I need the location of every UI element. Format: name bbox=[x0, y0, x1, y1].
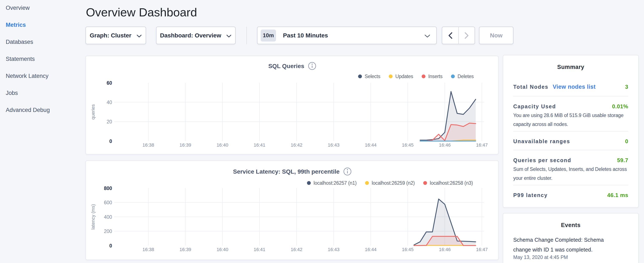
legend-item[interactable]: Inserts bbox=[422, 74, 442, 79]
legend-label: Inserts bbox=[428, 74, 442, 79]
x-tick-label: 16:47 bbox=[476, 247, 488, 252]
chart-title: SQL Queries bbox=[268, 63, 304, 69]
x-tick-label: 16:44 bbox=[365, 247, 376, 252]
time-range-selector[interactable]: 10m Past 10 Minutes bbox=[257, 27, 437, 44]
summary-panel: Summary Total Nodes View nodes list 3 Ca… bbox=[503, 55, 639, 208]
time-range-nav bbox=[442, 27, 475, 44]
summary-row-value: 0 bbox=[625, 138, 628, 145]
legend-item[interactable]: Updates bbox=[389, 74, 413, 79]
y-tick-label: 400 bbox=[104, 214, 112, 220]
sidebar-item-metrics[interactable]: Metrics bbox=[0, 16, 72, 34]
sidebar-item-jobs[interactable]: Jobs bbox=[0, 85, 72, 102]
x-tick-label: 16:41 bbox=[254, 247, 265, 252]
x-tick-label: 16:41 bbox=[254, 142, 265, 148]
sidebar-item-overview[interactable]: Overview bbox=[0, 0, 72, 16]
sidebar-item-network-latency[interactable]: Network Latency bbox=[0, 68, 72, 85]
y-axis-title: queries bbox=[90, 104, 96, 120]
dashboard-dropdown[interactable]: Dashboard: Overview bbox=[156, 27, 236, 44]
legend-item[interactable]: Selects bbox=[358, 74, 380, 79]
chevron-down-icon bbox=[136, 35, 142, 38]
x-tick-label: 16:42 bbox=[291, 142, 302, 148]
summary-row-label: P99 latency bbox=[513, 192, 548, 198]
legend-item[interactable]: localhost:26259 (n2) bbox=[365, 180, 414, 186]
x-tick-label: 16:45 bbox=[402, 247, 414, 252]
y-tick-label: 60 bbox=[106, 80, 112, 86]
legend-item[interactable]: Deletes bbox=[451, 74, 474, 79]
x-tick-label: 16:46 bbox=[439, 247, 451, 252]
summary-row-value: 3 bbox=[625, 84, 628, 90]
sidebar-item-label: Network Latency bbox=[6, 73, 48, 79]
legend-label: Deletes bbox=[458, 74, 474, 79]
sidebar-item-databases[interactable]: Databases bbox=[0, 34, 72, 51]
events-panel: Events Schema Change Completed: Schema c… bbox=[503, 213, 639, 263]
events-title: Events bbox=[513, 222, 628, 228]
y-tick-label: 0 bbox=[109, 243, 112, 248]
summary-row-value: 59.7 bbox=[617, 157, 628, 164]
legend-item[interactable]: localhost:26258 (n3) bbox=[423, 180, 473, 186]
sidebar-item-label: Databases bbox=[6, 39, 33, 45]
legend-label: Selects bbox=[365, 74, 380, 79]
sql-queries-chart: 16:3816:3916:4016:4116:4216:4316:4416:45… bbox=[86, 56, 498, 154]
service-latency-chart-card: 16:3816:3916:4016:4116:4216:4316:4416:45… bbox=[86, 160, 498, 260]
summary-row-label: Unavailable ranges bbox=[513, 138, 570, 144]
chevron-down-icon bbox=[424, 34, 430, 38]
legend-dot bbox=[422, 75, 426, 78]
event-message: Schema Change Completed: Schema change w… bbox=[513, 235, 628, 254]
prev-time-range-button[interactable] bbox=[442, 27, 458, 44]
legend-dot bbox=[423, 181, 427, 185]
toolbar-divider bbox=[246, 27, 247, 44]
event-timestamp: May 13, 2020 at 4:45 PM bbox=[513, 254, 628, 260]
sidebar-item-label: Metrics bbox=[6, 22, 26, 28]
x-tick-label: 16:42 bbox=[291, 247, 302, 252]
view-nodes-list-link[interactable]: View nodes list bbox=[552, 84, 596, 90]
main-content: Overview Dashboard Graph: Cluster Dashbo… bbox=[86, 0, 498, 263]
x-tick-label: 16:47 bbox=[476, 142, 488, 148]
summary-row-capacity-used: Capacity Used 0.01% You are using 28.6 M… bbox=[513, 96, 628, 132]
y-axis-title: latency (ms) bbox=[90, 204, 96, 229]
y-tick-label: 20 bbox=[106, 119, 112, 124]
chevron-down-icon bbox=[226, 35, 232, 38]
sidebar-item-label: Statements bbox=[6, 56, 35, 62]
chart-legend: localhost:26257 (n1)localhost:26259 (n2)… bbox=[307, 180, 473, 186]
chart-title: Service Latency: SQL, 99th percentile bbox=[233, 168, 340, 175]
info-icon[interactable] bbox=[308, 62, 316, 70]
legend-dot bbox=[307, 181, 311, 185]
summary-row-label: Total Nodes bbox=[513, 84, 548, 90]
legend-label: localhost:26257 (n1) bbox=[314, 180, 356, 186]
summary-row-unavailable-ranges: Unavailable ranges 0 bbox=[513, 132, 628, 150]
y-tick-label: 0 bbox=[109, 139, 112, 144]
summary-title: Summary bbox=[513, 64, 628, 70]
x-tick-label: 16:38 bbox=[142, 142, 154, 148]
x-tick-label: 16:43 bbox=[328, 247, 340, 252]
now-button[interactable]: Now bbox=[479, 27, 514, 44]
sidebar-item-statements[interactable]: Statements bbox=[0, 51, 72, 68]
chevron-left-icon bbox=[448, 32, 453, 39]
x-tick-label: 16:44 bbox=[365, 142, 376, 148]
summary-row-value: 0.01% bbox=[612, 103, 628, 110]
sidebar-item-advanced-debug[interactable]: Advanced Debug bbox=[0, 102, 72, 119]
x-tick-label: 16:46 bbox=[439, 142, 451, 148]
x-tick-label: 16:39 bbox=[180, 247, 191, 252]
page-title: Overview Dashboard bbox=[86, 5, 197, 19]
legend-item[interactable]: localhost:26257 (n1) bbox=[307, 180, 356, 186]
now-button-label: Now bbox=[490, 32, 502, 39]
summary-row-description: Sum of Selects, Updates, Inserts, and De… bbox=[513, 165, 628, 183]
legend-label: localhost:26259 (n2) bbox=[372, 180, 414, 186]
sidebar-item-label: Jobs bbox=[6, 90, 18, 96]
sidebar: Overview Metrics Databases Statements Ne… bbox=[0, 0, 72, 119]
y-tick-label: 600 bbox=[104, 200, 112, 205]
chart-legend: SelectsUpdatesInsertsDeletes bbox=[358, 74, 474, 79]
graph-scope-dropdown[interactable]: Graph: Cluster bbox=[86, 27, 146, 44]
chevron-right-icon bbox=[464, 32, 469, 39]
x-tick-label: 16:40 bbox=[217, 247, 228, 252]
dashboard-dropdown-label: Dashboard: Overview bbox=[160, 32, 221, 39]
legend-dot bbox=[365, 181, 369, 185]
x-tick-label: 16:39 bbox=[180, 142, 191, 148]
legend-dot bbox=[358, 75, 362, 78]
next-time-range-button[interactable] bbox=[458, 27, 475, 44]
legend-dot bbox=[389, 75, 393, 78]
sidebar-item-label: Overview bbox=[6, 5, 30, 11]
x-tick-label: 16:38 bbox=[142, 247, 154, 252]
info-icon[interactable] bbox=[344, 168, 351, 175]
sql-queries-chart-card: 16:3816:3916:4016:4116:4216:4316:4416:45… bbox=[86, 56, 498, 154]
